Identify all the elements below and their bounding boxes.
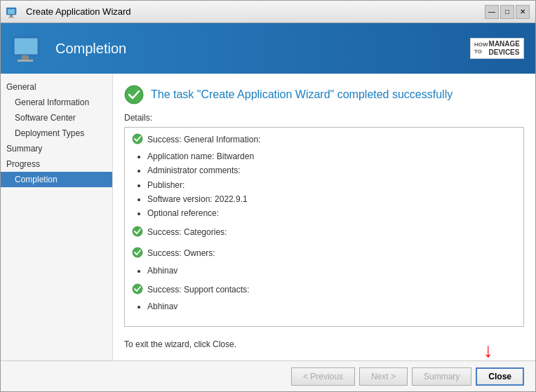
- app-icon: [6, 5, 20, 19]
- success-header: The task "Create Application Wizard" com…: [124, 85, 524, 104]
- sidebar-item-general-information[interactable]: General Information: [1, 95, 112, 110]
- previous-button[interactable]: < Previous: [291, 367, 355, 386]
- svg-rect-7: [18, 60, 33, 62]
- exit-note: To exit the wizard, click Close.: [124, 339, 524, 349]
- success-title: The task "Create Application Wizard" com…: [151, 88, 453, 101]
- footer: ↓ < Previous Next > Summary Close: [1, 360, 535, 391]
- header-title: Completion: [55, 41, 126, 57]
- detail-subitem: Publisher:: [147, 179, 516, 192]
- detail-row: Success: Support contacts:: [132, 283, 516, 299]
- detail-section: Success: General Information:Application…: [132, 133, 516, 220]
- detail-subitem: Optional reference:: [147, 207, 516, 220]
- detail-section: Success: Support contacts:Abhinav: [132, 283, 516, 313]
- success-icon-small: [132, 283, 143, 299]
- sidebar-section-progress: Progress: [1, 156, 112, 172]
- detail-sublist: Abhinav: [147, 264, 516, 278]
- svg-point-8: [125, 86, 143, 104]
- details-box[interactable]: Success: General Information:Application…: [124, 127, 524, 327]
- success-icon-large: [124, 85, 144, 104]
- maximize-button[interactable]: □: [500, 5, 514, 19]
- sidebar: General General Information Software Cen…: [1, 74, 113, 360]
- logo: HOWTO MANAGEDEVICES: [470, 38, 524, 59]
- detail-label: Success: General Information:: [147, 133, 260, 147]
- title-bar: Create Application Wizard — □ ✕: [1, 1, 535, 23]
- detail-row: Success: Owners:: [132, 247, 516, 262]
- detail-section: Success: Categories:: [132, 226, 516, 241]
- detail-subitem: Abhinav: [147, 300, 516, 313]
- detail-row: Success: Categories:: [132, 226, 516, 241]
- arrow-indicator: ↓: [483, 341, 493, 360]
- detail-section: Success: Owners:Abhinav: [132, 247, 516, 277]
- detail-label: Success: Owners:: [147, 247, 215, 260]
- title-bar-text: Create Application Wizard: [26, 6, 485, 17]
- sidebar-section-summary: Summary: [1, 141, 112, 156]
- minimize-button[interactable]: —: [485, 5, 499, 19]
- details-label: Details:: [124, 113, 524, 123]
- success-icon-small: [132, 133, 143, 149]
- detail-subitem: Abhinav: [147, 264, 516, 278]
- detail-subitem: Administrator comments:: [147, 164, 516, 177]
- svg-rect-2: [10, 15, 13, 17]
- title-bar-controls: — □ ✕: [485, 5, 530, 19]
- header-banner: Completion HOWTO MANAGEDEVICES: [1, 23, 535, 74]
- body-area: General General Information Software Cen…: [1, 74, 535, 360]
- svg-rect-5: [15, 39, 37, 54]
- wizard-window: Create Application Wizard — □ ✕ Completi…: [0, 0, 536, 392]
- sidebar-section-general: General: [1, 79, 112, 95]
- success-icon-small: [132, 226, 143, 241]
- details-wrapper: Success: General Information:Application…: [124, 127, 524, 327]
- detail-label: Success: Support contacts:: [147, 283, 249, 297]
- sidebar-item-deployment-types[interactable]: Deployment Types: [1, 126, 112, 141]
- svg-rect-1: [8, 9, 15, 14]
- header-icon: [12, 32, 46, 65]
- detail-label: Success: Categories:: [147, 226, 227, 239]
- success-icon-small: [132, 247, 143, 262]
- sidebar-item-software-center[interactable]: Software Center: [1, 110, 112, 126]
- next-button[interactable]: Next >: [359, 367, 408, 386]
- close-button[interactable]: Close: [476, 367, 524, 386]
- close-window-button[interactable]: ✕: [516, 5, 530, 19]
- detail-subitem: Application name: Bitwarden: [147, 150, 516, 163]
- detail-subitem: Software version: 2022.9.1: [147, 193, 516, 206]
- svg-rect-3: [8, 17, 14, 18]
- svg-rect-6: [22, 55, 29, 60]
- detail-sublist: Application name: BitwardenAdministrator…: [147, 150, 516, 220]
- sidebar-item-completion[interactable]: Completion: [1, 172, 112, 187]
- content-area: The task "Create Application Wizard" com…: [113, 74, 535, 360]
- detail-sublist: Abhinav: [147, 300, 516, 313]
- detail-row: Success: General Information:: [132, 133, 516, 149]
- summary-button[interactable]: Summary: [412, 367, 471, 386]
